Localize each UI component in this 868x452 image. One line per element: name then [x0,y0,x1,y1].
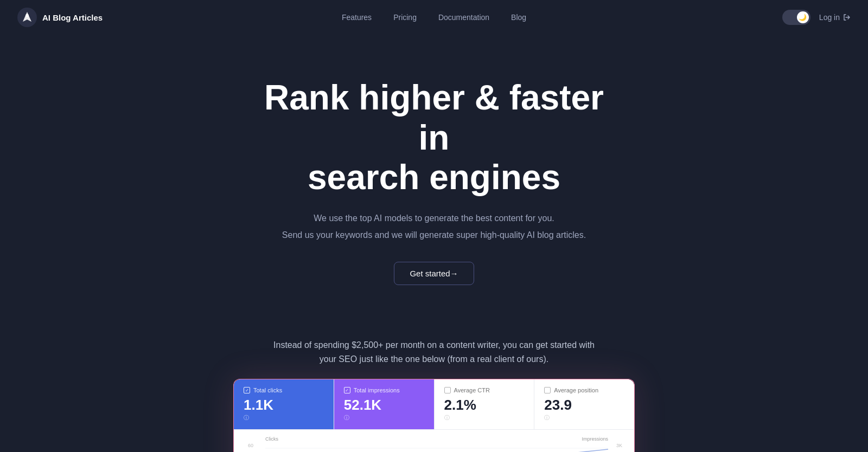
nav-right: 🌙 Log in [782,10,851,25]
moon-icon: 🌙 [799,14,807,21]
chart-area: Clicks Impressions 60 40 20 3K 2K 1K [234,430,634,452]
metric-total-clicks: ✓ Total clicks 1.1K ⓘ [234,379,334,429]
login-arrow-icon [843,14,851,21]
clicks-info: ⓘ [244,414,324,422]
position-value: 23.9 [544,398,624,412]
nav-features[interactable]: Features [342,13,372,22]
metric-ctr-label: Average CTR [444,387,525,393]
nav-blog[interactable]: Blog [511,13,526,22]
login-button[interactable]: Log in [819,13,851,22]
clicks-checkbox[interactable]: ✓ [244,387,250,393]
hero-headline: Rank higher & faster in search engines [244,78,624,198]
nav-documentation[interactable]: Documentation [438,13,489,22]
chart-clicks-label: Clicks [265,436,278,442]
social-proof-text: Instead of spending $2,500+ per month on… [266,338,602,366]
impressions-checkbox[interactable]: ✓ [344,387,350,393]
y-axis-left-60: 60 [248,443,253,448]
logo-icon [17,8,37,27]
impressions-line [265,449,608,452]
impressions-info: ⓘ [344,414,424,422]
ctr-info: ⓘ [444,414,525,422]
position-checkbox[interactable] [544,387,551,393]
metric-clicks-label: ✓ Total clicks [244,387,324,393]
metric-impressions-label: ✓ Total impressions [344,387,424,393]
metric-position-label: Average position [544,387,624,393]
metric-total-impressions: ✓ Total impressions 52.1K ⓘ [334,379,435,429]
metrics-row: ✓ Total clicks 1.1K ⓘ ✓ Total impression… [234,379,634,430]
metric-average-ctr: Average CTR 2.1% ⓘ [435,379,535,429]
brand-name: AI Blog Articles [42,13,103,22]
hero-subtitle: We use the top AI models to generate the… [11,211,857,242]
ctr-value: 2.1% [444,398,525,412]
dashboard-card: ✓ Total clicks 1.1K ⓘ ✓ Total impression… [234,379,634,452]
nav-links: Features Pricing Documentation Blog [342,12,526,22]
get-started-button[interactable]: Get started→ [394,262,474,285]
chart-impressions-label: Impressions [582,436,608,442]
impressions-value: 52.1K [344,398,424,412]
nav-pricing[interactable]: Pricing [393,13,417,22]
clicks-value: 1.1K [244,398,324,412]
dark-mode-toggle[interactable]: 🌙 [782,10,810,25]
y-axis-right-3k: 3K [616,443,622,448]
position-info: ⓘ [544,414,624,422]
dashboard-wrapper: ✓ Total clicks 1.1K ⓘ ✓ Total impression… [233,379,635,452]
metric-average-position: Average position 23.9 ⓘ [534,379,634,429]
ctr-checkbox[interactable] [444,387,451,393]
line-chart [265,443,608,452]
toggle-knob: 🌙 [797,11,809,23]
navigation: AI Blog Articles Features Pricing Docume… [0,0,868,35]
svg-point-1 [25,14,29,17]
hero-section: Rank higher & faster in search engines W… [0,35,868,312]
logo-link[interactable]: AI Blog Articles [17,8,103,27]
